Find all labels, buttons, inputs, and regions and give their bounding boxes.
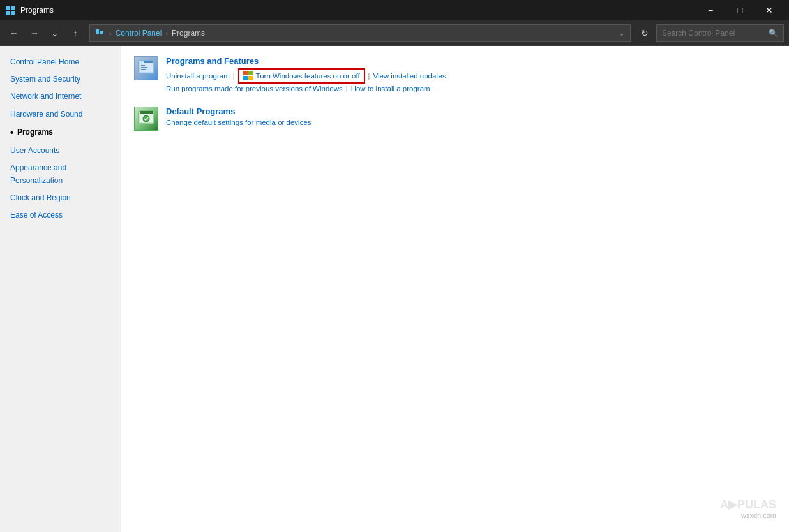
- forward-button[interactable]: →: [26, 24, 43, 42]
- run-programs-link[interactable]: Run programs made for previous versions …: [166, 85, 343, 92]
- search-icon[interactable]: 🔍: [769, 29, 778, 38]
- main-panel: Programs and Features Uninstall a progra…: [121, 46, 789, 532]
- watermark: A▶PULAS wsxdn.com: [720, 498, 776, 519]
- sidebar-item-clock-and-region[interactable]: Clock and Region: [0, 189, 121, 207]
- breadcrumb-programs: Programs: [172, 29, 205, 38]
- watermark-logo: A▶PULAS: [720, 498, 776, 512]
- content-area: Control Panel Home System and Security N…: [0, 46, 789, 532]
- app-icon: [5, 5, 15, 15]
- default-programs-links: Change default settings for media or dev…: [166, 119, 776, 126]
- watermark-domain: wsxdn.com: [720, 512, 776, 519]
- programs-and-features-links: Uninstall a program |: [166, 68, 776, 84]
- windows-features-highlight-box: Turn Windows features on or off: [238, 68, 365, 84]
- turn-windows-features-link[interactable]: Turn Windows features on or off: [256, 72, 360, 80]
- search-input[interactable]: [662, 29, 766, 38]
- programs-and-features-links2: Run programs made for previous versions …: [166, 85, 776, 92]
- programs-and-features-content: Programs and Features Uninstall a progra…: [166, 56, 776, 94]
- svg-rect-6: [96, 29, 99, 31]
- separator2: |: [368, 72, 370, 80]
- recent-locations-button[interactable]: ⌄: [46, 24, 64, 42]
- svg-rect-2: [6, 11, 10, 15]
- svg-rect-3: [11, 11, 15, 15]
- address-home-icon: [95, 28, 105, 38]
- sidebar: Control Panel Home System and Security N…: [0, 46, 121, 532]
- svg-rect-5: [100, 31, 103, 34]
- minimize-button[interactable]: −: [696, 0, 725, 20]
- sidebar-item-appearance-and-personalization[interactable]: Appearance and Personalization: [0, 159, 121, 189]
- svg-point-10: [140, 61, 142, 63]
- view-installed-updates-link[interactable]: View installed updates: [373, 72, 446, 80]
- sidebar-item-user-accounts[interactable]: User Accounts: [0, 142, 121, 159]
- maximize-button[interactable]: □: [725, 0, 755, 20]
- svg-rect-13: [141, 67, 147, 68]
- windows-features-icon: [243, 71, 253, 81]
- svg-rect-14: [141, 69, 146, 70]
- change-default-settings-link[interactable]: Change default settings for media or dev…: [166, 119, 312, 126]
- programs-and-features-section: Programs and Features Uninstall a progra…: [134, 56, 776, 94]
- address-bar: › Control Panel › Programs ⌄: [89, 24, 631, 42]
- sidebar-item-system-and-security[interactable]: System and Security: [0, 71, 121, 88]
- svg-rect-12: [141, 65, 145, 66]
- svg-rect-17: [140, 111, 153, 114]
- window-controls: − □ ✕: [696, 0, 784, 20]
- programs-and-features-title[interactable]: Programs and Features: [166, 56, 776, 66]
- svg-rect-4: [96, 31, 99, 34]
- back-button[interactable]: ←: [5, 24, 23, 42]
- default-programs-content: Default Programs Change default settings…: [166, 107, 776, 128]
- separator1: |: [233, 72, 235, 80]
- address-separator1: ›: [109, 29, 112, 37]
- default-programs-section: Default Programs Change default settings…: [134, 107, 776, 131]
- sidebar-item-ease-of-access[interactable]: Ease of Access: [0, 207, 121, 224]
- breadcrumb-control-panel[interactable]: Control Panel: [116, 29, 162, 38]
- navigation-bar: ← → ⌄ ↑ › Control Panel › Programs ⌄ ↻ 🔍: [0, 20, 789, 46]
- default-programs-title[interactable]: Default Programs: [166, 107, 776, 116]
- sidebar-item-network-and-internet[interactable]: Network and Internet: [0, 88, 121, 105]
- default-programs-icon: [134, 107, 158, 131]
- sidebar-item-control-panel-home[interactable]: Control Panel Home: [0, 54, 121, 71]
- search-box: 🔍: [656, 24, 784, 42]
- address-separator2: ›: [165, 29, 168, 37]
- window-title: Programs: [20, 6, 696, 15]
- programs-and-features-icon: [134, 56, 158, 80]
- how-to-install-link[interactable]: How to install a program: [351, 85, 430, 92]
- uninstall-program-link[interactable]: Uninstall a program: [166, 72, 230, 80]
- refresh-button[interactable]: ↻: [636, 24, 654, 42]
- sidebar-item-programs[interactable]: Programs: [0, 123, 121, 142]
- svg-rect-0: [6, 6, 10, 10]
- close-button[interactable]: ✕: [755, 0, 784, 20]
- window: Programs − □ ✕ ← → ⌄ ↑ › Control Panel ›…: [0, 0, 789, 532]
- title-bar: Programs − □ ✕: [0, 0, 789, 20]
- separator3: |: [346, 85, 348, 92]
- up-button[interactable]: ↑: [66, 24, 84, 42]
- svg-rect-1: [11, 6, 15, 10]
- sidebar-item-hardware-and-sound[interactable]: Hardware and Sound: [0, 106, 121, 123]
- svg-point-11: [142, 61, 144, 63]
- address-dropdown-icon[interactable]: ⌄: [619, 29, 625, 38]
